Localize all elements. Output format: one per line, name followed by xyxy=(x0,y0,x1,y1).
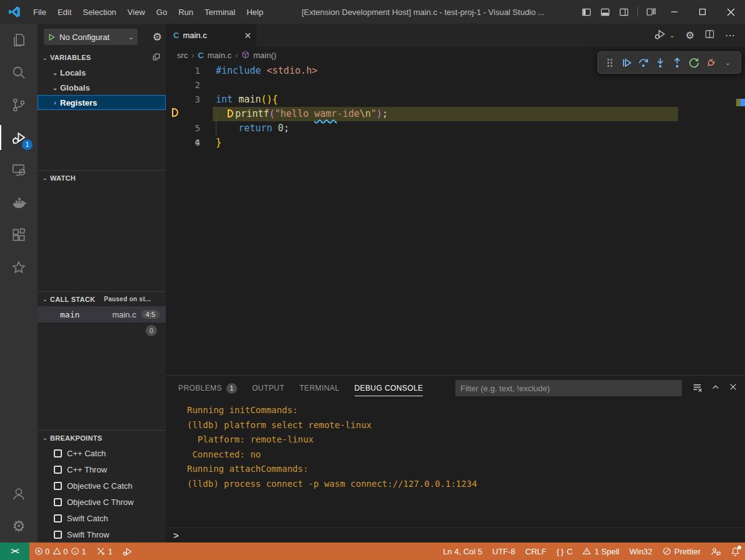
menu-edit[interactable]: Edit xyxy=(52,0,77,24)
breakpoint-row[interactable]: Objective C Throw xyxy=(38,494,166,510)
platform-status[interactable]: Win32 xyxy=(624,542,657,560)
code-line-6[interactable]: 6 } xyxy=(166,136,745,150)
toolbar-more-chevron-icon[interactable]: ⌄ xyxy=(719,53,736,72)
gutter[interactable]: 6 xyxy=(166,136,216,150)
gutter[interactable]: 1 xyxy=(166,64,216,78)
gutter[interactable]: 5 xyxy=(166,121,216,136)
current-instruction-pointer-icon[interactable] xyxy=(172,108,178,117)
start-debug-icon[interactable] xyxy=(48,33,56,41)
accounts-icon[interactable] xyxy=(0,478,38,510)
cursor-position[interactable]: Ln 4, Col 5 xyxy=(438,542,487,560)
menu-selection[interactable]: Selection xyxy=(77,0,121,24)
menu-view[interactable]: View xyxy=(122,0,151,24)
debug-session-status[interactable] xyxy=(118,542,138,560)
run-or-debug-icon[interactable] xyxy=(654,29,666,42)
source-control-icon[interactable] xyxy=(0,89,38,121)
step-into-button[interactable] xyxy=(652,53,669,72)
gutter[interactable]: 2 xyxy=(166,78,216,92)
search-icon[interactable] xyxy=(0,56,38,89)
menu-file[interactable]: File xyxy=(28,0,52,24)
remote-indicator[interactable]: >< xyxy=(0,542,29,560)
variables-section-header[interactable]: ⌄ VARIABLES xyxy=(38,50,166,65)
breadcrumb-symbol[interactable]: main() xyxy=(253,51,276,60)
spell-checker-status[interactable]: 1 Spell xyxy=(577,542,624,560)
breadcrumb-file[interactable]: main.c xyxy=(208,51,231,60)
stack-frame-row[interactable]: main main.c 4:5 xyxy=(38,306,166,322)
console-input-row[interactable]: > xyxy=(166,528,745,542)
checkbox[interactable] xyxy=(54,514,62,522)
customize-layout-icon[interactable] xyxy=(642,0,661,24)
toolbar-drag-grip[interactable] xyxy=(601,53,618,72)
tab-output[interactable]: OUTPUT xyxy=(252,376,285,401)
run-and-debug-icon[interactable]: 1 xyxy=(0,121,38,154)
language-mode[interactable]: { } C xyxy=(552,542,578,560)
debug-console-output[interactable]: Running initCommands: (lldb) platform se… xyxy=(166,401,745,528)
more-actions-icon[interactable]: ⋯ xyxy=(725,29,735,41)
breakpoint-row[interactable]: Swift Catch xyxy=(38,510,166,526)
watch-section-header[interactable]: ⌄ WATCH xyxy=(38,170,166,185)
continue-button[interactable] xyxy=(618,53,635,72)
star-icon[interactable] xyxy=(0,251,38,284)
overview-ruler[interactable] xyxy=(736,64,745,375)
menu-go[interactable]: Go xyxy=(151,0,173,24)
launch-config-dropdown[interactable]: No Configurat ⌄ xyxy=(44,29,138,45)
close-button[interactable] xyxy=(717,0,745,24)
breakpoint-row[interactable]: C++ Catch xyxy=(38,445,166,461)
code-editor[interactable]: 1 #include <stdio.h> 2 3 int main(){ 4 p… xyxy=(166,64,745,375)
clear-console-icon[interactable] xyxy=(692,382,702,395)
checkbox[interactable] xyxy=(54,498,62,506)
breakpoints-section-header[interactable]: ⌄ BREAKPOINTS xyxy=(38,430,166,445)
maximize-panel-chevron-icon[interactable] xyxy=(711,382,720,394)
checkbox[interactable] xyxy=(54,482,62,490)
close-panel-icon[interactable] xyxy=(729,382,737,394)
code-line-4-current[interactable]: 4 printf("hello wamr-ide\n"); xyxy=(166,107,745,121)
copy-icon[interactable] xyxy=(152,52,161,62)
tab-main-c[interactable]: C main.c ✕ xyxy=(166,24,256,47)
eol-sequence[interactable]: CRLF xyxy=(520,542,552,560)
toggle-panel-icon[interactable] xyxy=(596,0,615,24)
ports-status[interactable]: 1 xyxy=(91,542,118,560)
breadcrumb-folder[interactable]: src xyxy=(177,51,188,60)
explorer-icon[interactable] xyxy=(0,24,38,56)
extensions-icon[interactable] xyxy=(0,219,38,251)
problems-status[interactable]: 0 0 1 xyxy=(29,542,91,560)
variables-item-globals[interactable]: ⌄ Globals xyxy=(38,80,166,95)
menu-help[interactable]: Help xyxy=(241,0,269,24)
tab-close-icon[interactable]: ✕ xyxy=(244,31,251,41)
formatter-status[interactable]: Prettier xyxy=(657,542,706,560)
encoding[interactable]: UTF-8 xyxy=(487,542,520,560)
breakpoint-row[interactable]: Objective C Catch xyxy=(38,478,166,494)
minimize-button[interactable] xyxy=(661,0,689,24)
menu-terminal[interactable]: Terminal xyxy=(199,0,241,24)
breakpoint-row[interactable]: Swift Throw xyxy=(38,526,166,542)
call-stack-section-header[interactable]: ⌄ CALL STACK Paused on st... xyxy=(38,291,166,306)
configure-gear-icon[interactable]: ⚙ xyxy=(153,31,162,43)
settings-gear-icon[interactable]: ⚙ xyxy=(0,510,38,542)
split-editor-icon[interactable] xyxy=(705,29,714,41)
gutter[interactable]: 4 xyxy=(166,107,216,121)
tab-problems[interactable]: PROBLEMS 1 xyxy=(178,376,237,401)
code-line-5[interactable]: 5 return 0; xyxy=(166,121,745,136)
checkbox[interactable] xyxy=(54,449,62,458)
toggle-secondary-sidebar-icon[interactable] xyxy=(615,0,634,24)
step-over-button[interactable] xyxy=(635,53,652,72)
feedback-icon[interactable] xyxy=(706,542,726,560)
checkbox[interactable] xyxy=(54,531,62,539)
checkbox[interactable] xyxy=(54,466,62,474)
code-line-3[interactable]: 3 int main(){ xyxy=(166,92,745,107)
settings-gear-icon[interactable]: ⚙ xyxy=(686,31,694,41)
tab-terminal[interactable]: TERMINAL xyxy=(300,376,340,401)
step-out-button[interactable] xyxy=(669,53,686,72)
toggle-sidebar-icon[interactable] xyxy=(577,0,596,24)
maximize-button[interactable] xyxy=(689,0,717,24)
restart-button[interactable] xyxy=(686,53,702,72)
remote-explorer-icon[interactable] xyxy=(0,154,38,186)
variables-item-locals[interactable]: ⌄ Locals xyxy=(38,65,166,80)
notifications-bell-icon[interactable] xyxy=(726,542,745,560)
tab-debug-console[interactable]: DEBUG CONSOLE xyxy=(355,376,423,401)
gutter[interactable]: 3 xyxy=(166,92,216,107)
disconnect-button[interactable] xyxy=(702,53,719,72)
breakpoint-row[interactable]: C++ Throw xyxy=(38,461,166,478)
chevron-down-icon[interactable]: ⌄ xyxy=(669,32,674,39)
variables-item-registers[interactable]: › Registers xyxy=(38,95,166,110)
